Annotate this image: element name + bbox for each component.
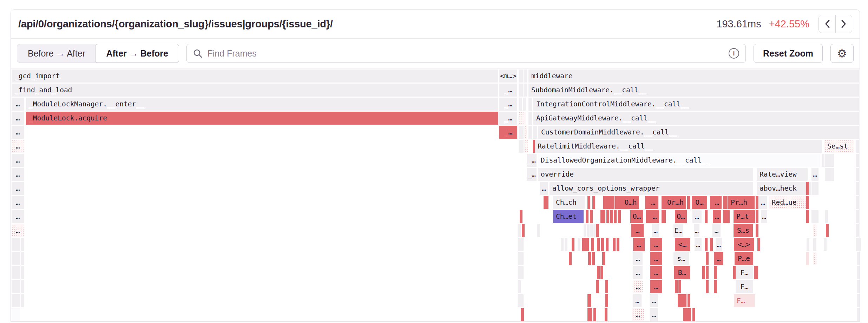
flamegraph-frame[interactable] — [605, 294, 608, 307]
flamegraph-frame[interactable] — [518, 294, 521, 307]
flamegraph-frame[interactable] — [12, 266, 20, 279]
flamegraph-frame[interactable] — [561, 238, 564, 251]
flamegraph-frame[interactable] — [521, 294, 524, 307]
flamegraph-frame[interactable] — [705, 210, 708, 223]
flamegraph-frame[interactable]: … — [713, 210, 721, 223]
flamegraph-frame[interactable]: E… — [673, 224, 683, 237]
flamegraph-frame[interactable] — [21, 252, 24, 265]
flamegraph-frame[interactable] — [755, 266, 758, 279]
flamegraph-frame[interactable]: … — [811, 168, 818, 181]
flamegraph-frame[interactable] — [606, 210, 609, 223]
flamegraph-frame[interactable]: … — [652, 224, 659, 237]
flamegraph-frame[interactable] — [825, 168, 834, 181]
flamegraph-frame[interactable] — [807, 238, 809, 251]
flamegraph-frame[interactable] — [519, 112, 526, 125]
flamegraph-frame[interactable]: … — [650, 252, 662, 265]
flamegraph-frame[interactable] — [585, 238, 589, 251]
flamegraph-frame[interactable] — [21, 280, 24, 293]
flamegraph-frame[interactable]: _gcd_import — [12, 70, 498, 83]
flamegraph-frame[interactable]: … — [12, 154, 24, 167]
flamegraph-frame[interactable] — [587, 308, 592, 321]
flamegraph-frame[interactable]: O… — [630, 210, 643, 223]
flamegraph-frame[interactable] — [519, 70, 523, 83]
flamegraph-frame[interactable] — [813, 252, 816, 265]
flamegraph-frame[interactable]: <… — [675, 238, 690, 251]
flamegraph-frame[interactable]: IntegrationControlMiddleware.__call__ — [533, 98, 859, 111]
flamegraph-frame[interactable] — [587, 294, 591, 307]
flamegraph-frame[interactable] — [518, 224, 521, 237]
flamegraph-frame[interactable] — [678, 294, 686, 307]
flamegraph-frame[interactable]: … — [12, 168, 24, 181]
flamegraph-frame[interactable]: F… — [734, 294, 755, 307]
flamegraph-frame[interactable] — [518, 280, 521, 293]
flamegraph-frame[interactable] — [602, 252, 605, 265]
flamegraph-frame[interactable] — [578, 238, 580, 251]
flamegraph-frame[interactable]: F… — [736, 266, 753, 279]
flamegraph-frame[interactable]: ApiGatewayMiddleware.__call__ — [533, 112, 859, 125]
flamegraph-frame[interactable] — [811, 210, 818, 223]
flamegraph-frame[interactable] — [812, 182, 818, 195]
flamegraph-frame[interactable] — [522, 224, 525, 237]
flamegraph-frame[interactable]: _… — [527, 154, 537, 167]
flamegraph-frame[interactable] — [21, 294, 24, 307]
flamegraph-frame[interactable]: … — [633, 266, 643, 279]
flamegraph-frame[interactable] — [521, 238, 524, 251]
flamegraph-frame[interactable] — [856, 224, 859, 237]
flamegraph-frame[interactable]: _ModuleLock.acquire — [26, 112, 498, 125]
flamegraph-frame[interactable] — [714, 280, 717, 293]
flamegraph-frame[interactable]: … — [650, 308, 658, 321]
flamegraph-frame[interactable]: … — [712, 224, 721, 237]
flamegraph-frame[interactable] — [596, 224, 599, 237]
flamegraph-frame[interactable] — [588, 252, 591, 265]
flamegraph-frame[interactable] — [710, 238, 713, 251]
flamegraph-frame[interactable]: … — [650, 280, 662, 293]
flamegraph-frame[interactable] — [663, 210, 666, 223]
flamegraph-frame[interactable] — [856, 196, 859, 209]
flamegraph-frame[interactable] — [603, 210, 605, 223]
flamegraph-frame[interactable]: … — [632, 308, 644, 321]
flamegraph-frame[interactable]: s… — [673, 252, 689, 265]
flamegraph-frame[interactable] — [533, 126, 537, 139]
flamegraph-frame[interactable] — [806, 210, 809, 223]
flamegraph-frame[interactable]: … — [12, 182, 24, 195]
flamegraph-frame[interactable] — [524, 84, 527, 97]
flamegraph-frame[interactable] — [596, 280, 599, 293]
flamegraph-frame[interactable]: … — [633, 238, 645, 251]
flamegraph-frame[interactable] — [521, 252, 524, 265]
flamegraph-frame[interactable] — [601, 238, 604, 251]
flamegraph-frame[interactable]: … — [692, 210, 702, 223]
flamegraph-frame[interactable] — [809, 182, 811, 195]
flamegraph-frame[interactable] — [524, 140, 528, 153]
flamegraph-frame[interactable] — [606, 196, 614, 209]
flamegraph-frame[interactable] — [593, 308, 596, 321]
flamegraph-frame[interactable] — [813, 224, 816, 237]
flamegraph-frame[interactable] — [824, 238, 827, 251]
flamegraph-frame[interactable]: … — [633, 252, 643, 265]
flamegraph-frame[interactable] — [519, 98, 522, 111]
flamegraph-frame[interactable] — [519, 84, 523, 97]
flamegraph-frame[interactable] — [590, 210, 593, 223]
flamegraph-frame[interactable]: override — [538, 168, 753, 181]
flamegraph-frame[interactable]: … — [12, 224, 24, 237]
flamegraph-frame[interactable] — [617, 238, 619, 251]
flamegraph-frame[interactable] — [21, 238, 24, 251]
flamegraph-frame[interactable] — [647, 210, 650, 223]
flamegraph-frame[interactable]: Red…ue — [769, 196, 806, 209]
flamegraph-frame[interactable]: S…s — [734, 224, 753, 237]
flamegraph-frame[interactable] — [592, 196, 595, 209]
flamegraph-frame[interactable]: … — [650, 266, 662, 279]
flamegraph-frame[interactable] — [584, 224, 586, 237]
flamegraph-frame[interactable] — [606, 238, 609, 251]
flamegraph-frame[interactable] — [518, 266, 521, 279]
flamegraph-frame[interactable]: … — [714, 252, 723, 265]
flamegraph-frame[interactable] — [702, 266, 705, 279]
flamegraph-frame[interactable]: allow_cors_options_wrapper — [550, 182, 753, 195]
flamegraph-frame[interactable] — [857, 280, 860, 293]
flamegraph-frame[interactable] — [569, 252, 572, 265]
flamegraph-frame[interactable]: F… — [736, 280, 753, 293]
flamegraph-frame[interactable]: <…> — [734, 238, 754, 251]
flamegraph-frame[interactable]: _… — [499, 112, 517, 125]
flamegraph-frame[interactable] — [591, 238, 594, 251]
flamegraph-frame[interactable] — [857, 308, 860, 321]
flamegraph-frame[interactable]: … — [650, 210, 659, 223]
